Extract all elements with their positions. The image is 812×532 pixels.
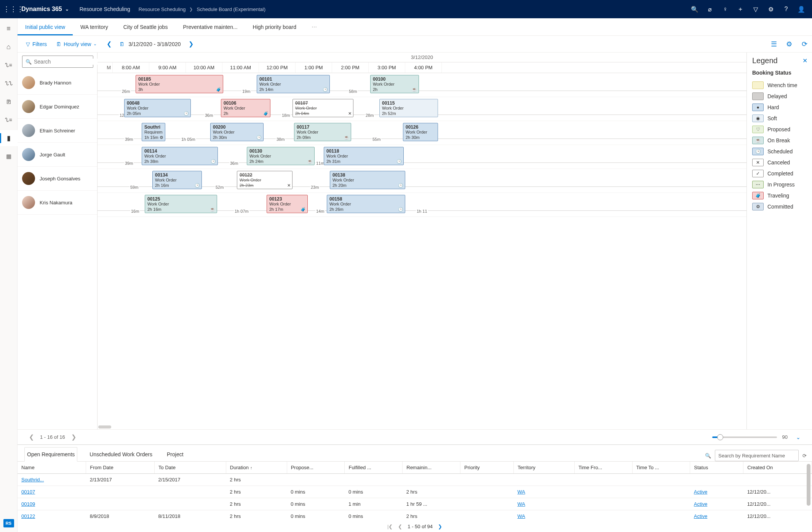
app-launcher-icon[interactable]: ⋮⋮⋮ — [3, 5, 18, 13]
tab-high-priority[interactable]: High priority board — [245, 18, 304, 35]
board-tabs: Initial public view WA territory City of… — [0, 18, 812, 36]
search-icon[interactable]: 🔍 — [687, 6, 702, 13]
bulb-icon[interactable]: ♀ — [718, 6, 733, 13]
tab-wa-territory[interactable]: WA territory — [73, 18, 116, 35]
chevron-down-icon: ⌄ — [93, 41, 97, 46]
nav-home-icon[interactable]: ⌂ — [0, 39, 18, 53]
task-icon[interactable]: ⌀ — [702, 6, 718, 13]
view-selector[interactable]: 🗓 Hourly view ⌄ — [51, 36, 101, 52]
brand-label: Dynamics 365 — [21, 6, 62, 13]
tab-more[interactable]: ⋯ — [304, 18, 324, 35]
tab-preventative[interactable]: Preventative mainten... — [175, 18, 245, 35]
breadcrumb-2[interactable]: Schedule Board (Experimental) — [197, 6, 265, 12]
left-nav-rail: ≡ ⌂ ᔐ≡ ᔐᔐ 🖹 ᔐ≡ ▮ ▦ RS — [0, 18, 18, 53]
tab-seattle[interactable]: City of Seattle jobs — [116, 18, 176, 35]
calendar-icon: 🗓 — [119, 41, 125, 47]
filters-button[interactable]: ▽ Filters — [21, 36, 51, 52]
view-label: Hourly view — [64, 41, 91, 47]
hourly-icon: 🗓 — [56, 41, 61, 47]
filter-icon: ▽ — [26, 41, 30, 47]
settings-gear-icon[interactable]: ⚙ — [782, 40, 797, 48]
breadcrumb: Resource Scheduling ❯ Schedule Board (Ex… — [139, 6, 265, 12]
nav-hamburger-icon[interactable]: ≡ — [0, 21, 18, 37]
filter-icon[interactable]: ▽ — [748, 6, 763, 13]
add-icon[interactable]: ＋ — [733, 5, 748, 13]
module-label: Resource Scheduling — [80, 6, 130, 12]
user-icon[interactable]: 👤 — [794, 6, 809, 13]
filters-label: Filters — [32, 41, 47, 47]
chevron-right-icon: ❯ — [189, 7, 193, 12]
list-view-icon[interactable]: ☰ — [766, 40, 782, 48]
brand-switcher[interactable]: Dynamics 365 ⌄ — [21, 6, 69, 13]
date-next-button[interactable]: ❯ — [183, 40, 199, 48]
help-icon[interactable]: ? — [778, 6, 794, 13]
gear-icon[interactable]: ⚙ — [763, 6, 778, 13]
breadcrumb-1[interactable]: Resource Scheduling — [139, 6, 186, 12]
refresh-icon[interactable]: ⟳ — [797, 40, 812, 48]
date-range-label: 3/12/2020 - 3/18/2020 — [128, 41, 181, 47]
toolbar: ▽ Filters 🗓 Hourly view ⌄ ❮ 🗓 3/12/2020 … — [0, 36, 812, 53]
app-header: ⋮⋮⋮ Dynamics 365 ⌄ Resource Scheduling R… — [0, 0, 812, 18]
date-range-picker[interactable]: 🗓 3/12/2020 - 3/18/2020 — [117, 41, 183, 47]
date-prev-button[interactable]: ❮ — [101, 40, 117, 48]
tab-initial-public[interactable]: Initial public view — [18, 18, 73, 35]
chevron-down-icon: ⌄ — [65, 6, 69, 12]
